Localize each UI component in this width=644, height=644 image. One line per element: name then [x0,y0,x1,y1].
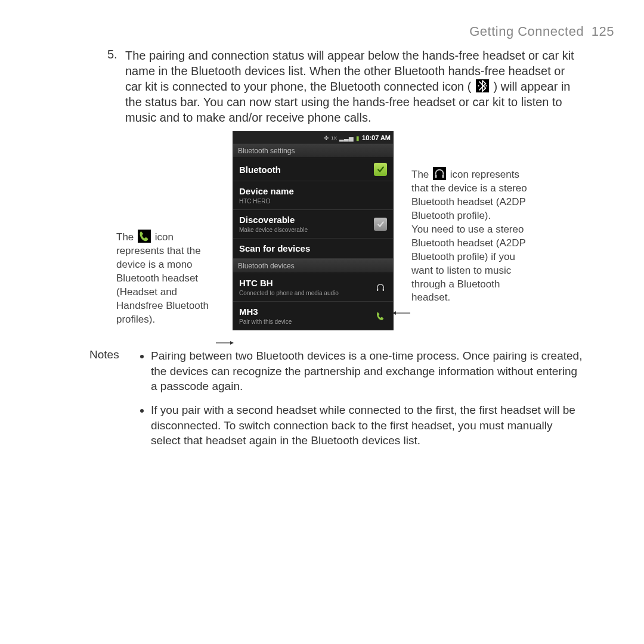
callout-left-pre: The [116,231,137,243]
phone-handset-icon [374,309,387,323]
device1-status: Connected to phone and media audio [239,290,339,296]
callout-right: The icon represents that the device is a… [411,131,528,305]
signal-bars-icon: ▂▃▅ [339,135,354,141]
battery-icon: ▮ [356,135,360,141]
bluetooth-devices-header: Bluetooth devices [233,259,393,273]
gps-icon: ✜ [324,135,329,141]
device1-name: HTC BH [239,278,273,288]
svg-point-1 [485,85,487,86]
device-row-htc-bh[interactable]: HTC BHConnected to phone and media audio [233,273,393,302]
page-header: Getting Connected 125 [30,24,614,39]
bluetooth-label: Bluetooth [239,165,281,175]
notes-block: Notes Pairing between two Bluetooth devi… [89,348,584,457]
scan-devices-row[interactable]: Scan for devices [233,239,393,259]
page-number: 125 [592,24,614,39]
headphones-icon [433,167,446,180]
callout-right-extra: You need to use a stereo Bluetooth heads… [411,223,528,305]
device2-name: MH3 [239,306,258,317]
device-name-row[interactable]: Device nameHTC HERO [233,181,393,210]
device-name-value: HTC HERO [239,198,294,205]
signal-type-icon: 1X [331,135,337,141]
callout-left-post: icon represents that the device is a mon… [116,231,209,325]
phone-handset-icon [138,230,151,243]
svg-rect-8 [435,175,437,178]
svg-rect-9 [442,175,444,178]
device-name-label: Device name [239,186,294,196]
phone-screenshot: ✜ 1X ▂▃▅ ▮ 10:07 AM Bluetooth settings B… [233,131,394,330]
notes-label: Notes [89,348,140,457]
device2-status: Pair with this device [239,318,292,325]
scan-label: Scan for devices [239,243,310,253]
callout-right-pre: The [411,169,432,180]
headphones-icon [374,281,387,294]
status-time: 10:07 AM [362,134,391,141]
bluetooth-settings-header: Bluetooth settings [233,144,393,158]
checkbox-on-icon[interactable] [374,163,387,176]
step-text: The pairing and connection status will a… [125,48,584,125]
discoverable-sub: Make device discoverable [239,227,308,233]
device-row-mh3[interactable]: MH3Pair with this device [233,302,393,330]
callout-left: The icon represents that the device is a… [116,131,215,327]
bluetooth-connected-icon [476,79,489,92]
svg-marker-5 [392,311,396,315]
checkbox-off-icon[interactable] [374,218,387,231]
svg-marker-3 [230,341,234,345]
notes-list: Pairing between two Bluetooth devices is… [140,348,584,457]
discoverable-row[interactable]: DiscoverableMake device discoverable [233,210,393,239]
section-title: Getting Connected [469,24,584,39]
bluetooth-toggle-row[interactable]: Bluetooth [233,158,393,181]
svg-rect-7 [383,288,384,291]
figure-row: The icon represents that the device is a… [30,131,614,330]
note-item: If you pair with a second headset while … [151,402,584,448]
pointer-arrow-left [216,338,234,348]
svg-rect-6 [377,288,378,291]
discoverable-label: Discoverable [239,215,295,225]
svg-point-0 [478,85,479,86]
step-number: 5. [107,48,125,125]
note-item: Pairing between two Bluetooth devices is… [151,348,584,394]
pointer-arrow-right [392,308,410,318]
step-5: 5. The pairing and connection status wil… [107,48,584,125]
status-bar: ✜ 1X ▂▃▅ ▮ 10:07 AM [233,132,393,144]
